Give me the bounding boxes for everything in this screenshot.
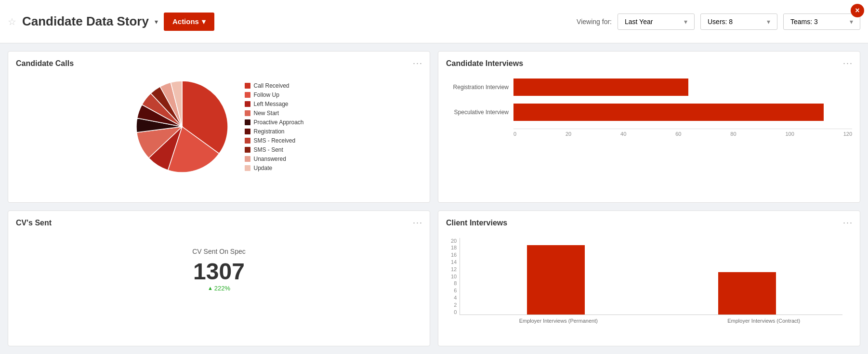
y-axis-label: 8 [451, 280, 457, 286]
favorite-star-icon[interactable]: ☆ [8, 16, 16, 27]
bars-area [460, 238, 842, 315]
y-axis-label: 4 [451, 295, 457, 301]
axis-label: 40 [620, 131, 626, 137]
bar-row: Registration Interview [446, 79, 852, 96]
teams-dropdown-icon: ▾ [850, 18, 853, 26]
period-dropdown[interactable]: Last Year ▾ [618, 13, 695, 30]
pie-section: Call ReceivedFollow UpLeft MessageNew St… [16, 74, 422, 180]
bar-row: Speculative Interview [446, 104, 852, 121]
bar-label: Speculative Interview [446, 109, 509, 116]
v-bar-group [474, 245, 637, 315]
cvs-change-value: 222% [214, 285, 230, 292]
legend-color-box [245, 156, 250, 162]
legend-item: Proactive Approach [245, 119, 303, 126]
legend-label: Unanswered [253, 156, 286, 162]
legend-label: SMS - Sent [253, 146, 283, 153]
legend-color-box [245, 101, 250, 107]
bar-fill [513, 79, 688, 96]
legend-label: Proactive Approach [253, 119, 303, 126]
main-content: Candidate Calls ··· Call ReceivedFollow … [0, 43, 868, 354]
legend-item: SMS - Received [245, 137, 303, 144]
close-button[interactable]: × [851, 4, 864, 17]
axis-label: 100 [785, 131, 794, 137]
v-bar-labels-row: Employer Interviews (Permanent)Employer … [446, 318, 852, 324]
legend-color-box [245, 110, 250, 116]
page-title: Candidate Data Story [22, 14, 149, 29]
pie-legend: Call ReceivedFollow UpLeft MessageNew St… [245, 82, 303, 171]
candidate-interviews-title: Candidate Interviews [446, 59, 852, 68]
legend-label: New Start [253, 110, 279, 117]
legend-label: Call Received [253, 82, 289, 89]
legend-item: Follow Up [245, 92, 303, 98]
y-axis-label: 18 [451, 245, 457, 250]
y-axis-label: 20 [451, 238, 457, 244]
cvs-change: ▲ 222% [208, 285, 230, 292]
bar-track [513, 104, 852, 121]
legend-label: SMS - Received [253, 137, 295, 144]
pie-svg [134, 79, 230, 175]
candidate-interviews-card: Candidate Interviews ··· Registration In… [438, 51, 860, 203]
legend-color-box [245, 83, 250, 89]
teams-dropdown[interactable]: Teams: 3 ▾ [783, 13, 860, 30]
client-interviews-card: Client Interviews ··· 02468101214161820E… [438, 210, 860, 347]
users-dropdown-icon: ▾ [767, 18, 770, 26]
y-axis-label: 0 [451, 309, 457, 315]
cvs-sent-title: CV's Sent [16, 219, 422, 227]
bar-track [513, 79, 852, 96]
legend-color-box [245, 147, 250, 153]
candidate-calls-card: Candidate Calls ··· Call ReceivedFollow … [8, 51, 430, 203]
viewing-for-label: Viewing for: [577, 18, 612, 26]
v-bar [527, 245, 585, 315]
candidate-interviews-chart: Registration InterviewSpeculative Interv… [446, 74, 852, 142]
cvs-value: 1307 [193, 258, 245, 285]
y-axis-label: 16 [451, 252, 457, 258]
legend-item: SMS - Sent [245, 146, 303, 153]
client-chart-wrapper: 02468101214161820 [446, 233, 852, 315]
candidate-calls-title: Candidate Calls [16, 59, 422, 68]
pie-chart [134, 79, 230, 175]
legend-item: Unanswered [245, 156, 303, 162]
candidate-calls-menu[interactable]: ··· [413, 58, 423, 68]
header-right: Viewing for: Last Year ▾ Users: 8 ▾ Team… [577, 13, 860, 30]
legend-color-box [245, 92, 250, 98]
y-axis-label: 2 [451, 302, 457, 308]
legend-item: Left Message [245, 101, 303, 107]
v-bar [718, 272, 776, 315]
y-axis-labels: 02468101214161820 [451, 238, 460, 315]
cvs-sent-card: CV's Sent ··· CV Sent On Spec 1307 ▲ 222… [8, 210, 430, 347]
cvs-content: CV Sent On Spec 1307 ▲ 222% [16, 233, 422, 306]
cvs-change-arrow: ▲ [208, 285, 213, 291]
v-bar-label: Employer Interviews (Contract) [676, 318, 853, 324]
y-axis-label: 6 [451, 288, 457, 293]
legend-item: Call Received [245, 82, 303, 89]
legend-label: Follow Up [253, 92, 279, 98]
client-interviews-title: Client Interviews [446, 219, 852, 227]
legend-item: New Start [245, 110, 303, 117]
y-axis-label: 12 [451, 266, 457, 272]
client-interviews-menu[interactable]: ··· [843, 218, 853, 228]
legend-color-box [245, 119, 250, 125]
axis-label: 0 [513, 131, 516, 137]
title-dropdown-icon[interactable]: ▾ [155, 18, 158, 26]
bar-fill [513, 104, 824, 121]
users-dropdown[interactable]: Users: 8 ▾ [700, 13, 777, 30]
axis-label: 60 [675, 131, 681, 137]
period-dropdown-icon: ▾ [684, 18, 687, 26]
legend-color-box [245, 165, 250, 171]
y-axis-label: 14 [451, 259, 457, 265]
bar-label: Registration Interview [446, 84, 509, 91]
v-bar-label: Employer Interviews (Permanent) [470, 318, 647, 324]
candidate-interviews-menu[interactable]: ··· [843, 58, 853, 68]
header-left: ☆ Candidate Data Story ▾ Actions ▾ [8, 13, 214, 31]
y-axis-label: 10 [451, 274, 457, 279]
cvs-sent-menu[interactable]: ··· [413, 218, 423, 228]
actions-button[interactable]: Actions ▾ [164, 13, 214, 31]
actions-dropdown-icon: ▾ [202, 17, 206, 26]
legend-label: Registration [253, 128, 284, 135]
legend-item: Update [245, 165, 303, 171]
axis-labels: 020406080100120 [513, 129, 852, 137]
legend-label: Update [253, 165, 272, 171]
cvs-metric-label: CV Sent On Spec [192, 248, 246, 255]
axis-label: 20 [566, 131, 571, 137]
axis-label: 120 [843, 131, 852, 137]
